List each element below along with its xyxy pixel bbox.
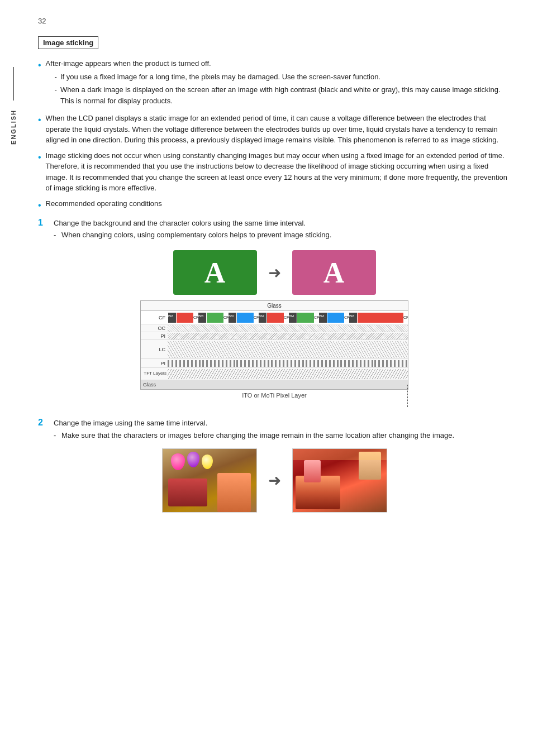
pink-block: A xyxy=(292,250,376,295)
bm-block: BM xyxy=(349,313,357,323)
photo-after xyxy=(292,448,387,513)
tft-pattern xyxy=(168,369,408,379)
figure-right xyxy=(217,473,251,512)
tft-row: TFT Layers xyxy=(141,368,408,380)
pi-seg xyxy=(271,360,304,367)
balloon-pink xyxy=(171,453,185,470)
lcd-diagram-wrapper: Glass CF BM CF BM CF BM xyxy=(38,300,511,406)
cf-text: CF xyxy=(344,315,349,319)
bm-block: BM xyxy=(319,313,327,323)
cf-cells: BM CF BM CF BM CF BM CF BM xyxy=(168,311,408,324)
numbered-item: 2 Change the image using the same time i… xyxy=(38,418,511,429)
lc-row: LC xyxy=(141,340,408,359)
bm-block: BM xyxy=(229,313,236,323)
lc-label: LC xyxy=(141,346,168,353)
color-diagram: A ➜ A xyxy=(38,250,511,295)
pi-top-pattern xyxy=(168,333,408,339)
sub-item: - When changing colors, using complement… xyxy=(38,231,511,239)
photo-before xyxy=(162,448,257,513)
sub-list: - If you use a fixed image for a long ti… xyxy=(46,71,511,107)
cf-text: CF xyxy=(314,315,318,319)
num-label: 1 xyxy=(38,218,48,228)
numbered-item: 1 Change the background and the characte… xyxy=(38,218,511,229)
sub-list-item: - When a dark image is displayed on the … xyxy=(55,84,511,106)
cf-text: CF xyxy=(223,315,228,319)
numbered-section-1: 1 Change the background and the characte… xyxy=(38,218,511,240)
pi-bot-label: PI xyxy=(141,360,168,367)
cf-green xyxy=(207,313,223,323)
bm-block: BM xyxy=(198,313,206,323)
cf-text: CF xyxy=(193,315,198,319)
cf-green2 xyxy=(297,313,314,323)
list-item: • Image sticking does not occur when usi… xyxy=(38,150,511,194)
figure-left xyxy=(168,479,207,506)
pi-seg xyxy=(202,360,236,367)
pi-seg xyxy=(340,360,374,367)
ito-line xyxy=(407,385,408,407)
cf-red xyxy=(177,313,193,323)
pi-seg xyxy=(236,360,270,367)
bullet-icon: • xyxy=(38,113,41,127)
language-label: ENGLISH xyxy=(10,109,17,145)
glass-top-label: Glass xyxy=(141,301,408,311)
sub-list-item: - If you use a fixed image for a long ti… xyxy=(55,71,511,83)
num-text: Change the background and the character … xyxy=(54,218,511,229)
cf-blue xyxy=(237,313,254,323)
bm-block: BM xyxy=(259,313,266,323)
num-label: 2 xyxy=(38,418,48,428)
numbered-section-2: 2 Change the image using the same time i… xyxy=(38,418,511,439)
main-content: 32 Image sticking • After-image appears … xyxy=(27,0,533,756)
lcd-diagram: Glass CF BM CF BM CF BM xyxy=(140,300,408,406)
photo-arrow-icon: ➜ xyxy=(268,471,281,490)
pi-top-label: PI xyxy=(141,332,168,340)
cf-red2 xyxy=(267,313,284,323)
pi-seg xyxy=(306,360,339,367)
green-block: A xyxy=(173,250,257,295)
bullet-text: Recommended operating conditions xyxy=(46,198,511,209)
tft-label: TFT Layers xyxy=(141,370,168,377)
pi-bot-segs xyxy=(168,360,408,367)
glass-bottom-label: Glass xyxy=(141,380,408,389)
cf-text: CF xyxy=(403,315,408,319)
bullet-text: When the LCD panel displays a static ima… xyxy=(46,113,511,146)
page: ENGLISH 32 Image sticking • After-image … xyxy=(0,0,533,756)
pi-seg xyxy=(374,360,408,367)
oc-pattern xyxy=(168,325,408,332)
right-letter: A xyxy=(323,256,345,289)
sidebar-line xyxy=(13,67,14,101)
list-item: • After-image appears when the product i… xyxy=(38,58,511,108)
num-text: Change the image using the same time int… xyxy=(54,418,511,429)
photo-diagram: ➜ xyxy=(38,448,511,513)
sub-dash: - xyxy=(55,71,57,83)
sub-dash: - xyxy=(54,431,58,439)
bullet-icon: • xyxy=(38,199,41,212)
section-title: Image sticking xyxy=(38,36,98,49)
oc-label: OC xyxy=(141,324,168,332)
list-item: • Recommended operating conditions xyxy=(38,198,511,212)
cf-text: CF xyxy=(254,315,258,319)
sidebar: ENGLISH xyxy=(0,0,27,756)
sub-dash: - xyxy=(54,231,58,239)
balloon-purple xyxy=(187,452,199,467)
balloon-yellow xyxy=(202,454,213,469)
cf-label: CF xyxy=(141,314,168,322)
lcd-diagram-inner: Glass CF BM CF BM CF BM xyxy=(140,300,408,390)
sub-dash: - xyxy=(55,84,57,95)
cf-blue2 xyxy=(327,313,344,323)
oc-row: OC xyxy=(141,324,408,332)
lc-pattern xyxy=(168,341,408,358)
figure-c xyxy=(304,460,321,482)
cf-text: CF xyxy=(284,315,288,319)
bullet-list: • After-image appears when the product i… xyxy=(38,58,511,212)
page-number: 32 xyxy=(38,17,511,25)
bullet-icon: • xyxy=(38,59,41,72)
bm-block: BM xyxy=(168,313,176,323)
bullet-text: Image sticking does not occur when using… xyxy=(46,150,511,194)
left-letter: A xyxy=(204,256,226,289)
highlight xyxy=(293,449,387,460)
cf-red3 xyxy=(358,313,403,323)
pi-top-row: PI xyxy=(141,332,408,340)
arrow-icon: ➜ xyxy=(268,264,281,282)
pi-seg xyxy=(168,360,201,367)
bm-block: BM xyxy=(289,313,297,323)
